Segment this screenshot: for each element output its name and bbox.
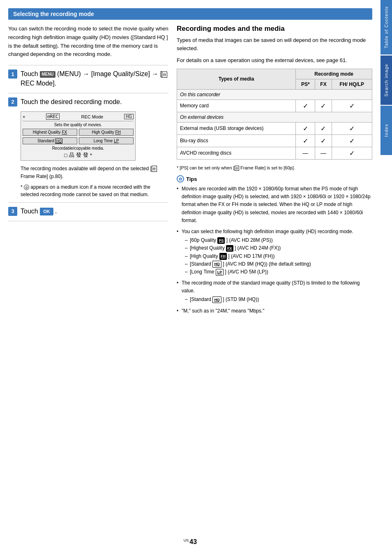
close-x-icon: ×	[23, 114, 25, 119]
step-3-block: 3 Touch OK .	[8, 207, 168, 216]
table-cell-memory-card-label: Memory card	[177, 100, 296, 112]
tips-sub-hq: [Standard HQ ] (AVC HD 9M (HQ)) (the def…	[185, 260, 372, 268]
divider-2	[8, 93, 168, 93]
rmode-title: Recording modes and the media	[177, 25, 372, 33]
screenshot-header: × ⊟REC REC Mode HG	[23, 113, 134, 121]
btn-standard[interactable]: Standard HQ	[23, 137, 77, 144]
table-header-media: Types of media	[177, 69, 296, 89]
tips-sub-list-2: [60p Quality PS ] (AVC HD 28M (PS)) [Hig…	[182, 236, 372, 276]
tips-sub-ps: [60p Quality PS ] (AVC HD 28M (PS))	[185, 236, 372, 244]
table-cell-avchd-ps: —	[296, 147, 315, 159]
table-cell-avchd-label: AVCHD recording discs	[177, 147, 296, 159]
ps-note: * [PS] can be set only when [⊟ Frame Rat…	[177, 164, 372, 171]
ok-badge: OK	[40, 208, 53, 215]
table-cell-avchd-fx: —	[315, 147, 332, 159]
lp-badge-2: LP	[216, 269, 224, 276]
step-3-period: .	[55, 208, 57, 215]
rec-mode-screenshot: × ⊟REC REC Mode HG Sets the quality of m…	[21, 111, 136, 161]
fh-badge-2: FH	[219, 253, 227, 259]
screenshot-title: REC Mode	[81, 114, 103, 119]
table-section-label-external: On external devices	[177, 112, 372, 122]
table-cell-bluray-fh: ✓	[332, 134, 372, 147]
menu-badge: MENU	[40, 71, 55, 78]
step-2-text: Touch the desired recording mode.	[21, 97, 168, 107]
tips-sub-lp: [Long Time LP ] (AVC HD 5M (LP))	[185, 268, 372, 276]
recording-modes-table: Types of media Recording mode PS* FX FH/…	[177, 69, 372, 160]
rec-mode-icon-1: ⊟	[162, 72, 167, 78]
screenshot-media-text: Recordable/copyable media.	[23, 146, 134, 150]
step-3-text: Touch OK .	[21, 207, 168, 216]
screenshot-buttons: Highest Quality FX High Quality FH	[23, 129, 134, 136]
page-num-superscript: US	[184, 538, 189, 542]
hq-badge-2: HQ	[212, 296, 221, 303]
hq-badge-ss: HQ	[55, 139, 62, 144]
step-3-touch-label: Touch	[21, 208, 40, 215]
tips-title: ✿ Tips	[177, 175, 372, 183]
frame-rate-icon: ⊟	[152, 166, 157, 172]
tips-sub-std-hq: [Standard HQ ] (STD 9M (HQ))	[185, 296, 372, 303]
tips-sub-list-3: [Standard HQ ] (STD 9M (HQ))	[182, 296, 372, 303]
table-header-fh: FH/ HQ/LP	[332, 79, 372, 89]
icon-asterisk: *	[90, 152, 92, 158]
screenshot-buttons-2: Standard HQ Long Time LP	[23, 137, 134, 144]
step-2-sub-text: The recording modes available will depen…	[21, 165, 168, 180]
step-3-number: 3	[8, 207, 17, 216]
screenshot-hg-badge: HG	[124, 114, 134, 119]
table-cell-external-fh: ✓	[332, 122, 372, 134]
step-2-note: * ⊘ appears on a medium icon if a movie …	[21, 183, 168, 198]
table-section-label-camcorder: On this camcorder	[177, 89, 372, 100]
hq-badge: HQ	[212, 261, 221, 267]
table-cell-bluray-fx: ✓	[315, 134, 332, 147]
fx-badge-2: FX	[226, 245, 233, 252]
tips-list: Movies are recorded with the 1920 × 1080…	[177, 185, 372, 315]
step-2-block: 2 Touch the desired recording mode.	[8, 97, 168, 107]
tips-label: Tips	[186, 176, 197, 182]
rmode-intro1: Types of media that images can be saved …	[177, 36, 372, 52]
btn-highest-quality[interactable]: Highest Quality FX	[23, 129, 77, 136]
table-section-external: On external devices	[177, 112, 372, 122]
tab-table-of-contents[interactable]: Table of Contents	[380, 0, 392, 55]
table-cell-external-label: External media (USB storage devices)	[177, 122, 296, 134]
step-1-text: Touch MENU (MENU) → [Image Quality/Size]…	[21, 69, 168, 88]
tip-3: The recording mode of the standard image…	[177, 279, 372, 304]
tips-sub-fx: [Highest Quality FX ] (AVC HD 24M (FX))	[185, 244, 372, 252]
no-save-icon: ⊘	[24, 185, 29, 190]
table-row-avchd: AVCHD recording discs — — ✓	[177, 147, 372, 159]
btn-high-quality[interactable]: High Quality FH	[79, 129, 134, 136]
step-1-menu-text: (MENU) → [Image Quality/Size] → [	[57, 70, 162, 77]
step-1-end: REC Mode].	[21, 80, 56, 87]
table-row-external-media: External media (USB storage devices) ✓ ✓…	[177, 122, 372, 134]
fx-badge: FX	[62, 130, 67, 134]
tips-sub-fh: [High Quality FH ] (AVC HD 17M (FH))	[185, 252, 372, 260]
section-title: Selecting the recording mode	[8, 8, 372, 20]
icon-card: □	[64, 152, 67, 158]
divider-1	[8, 65, 168, 65]
screenshot-media-icons: □ 品 發 發 *	[23, 151, 134, 159]
table-row-bluray: Blu-ray discs ✓ ✓ ✓	[177, 134, 372, 147]
table-header-fx: FX	[315, 79, 332, 89]
screenshot-rec-icon: ⊟REC	[46, 113, 60, 120]
table-header-ps: PS*	[296, 79, 315, 89]
table-cell-memory-ps: ✓	[296, 100, 315, 112]
fh-badge: FH	[115, 130, 120, 134]
table-header-recording-mode: Recording mode	[296, 69, 372, 79]
page-number: 43	[189, 538, 197, 545]
screenshot-quality-text: Sets the quality of movies.	[23, 123, 134, 127]
step-1-touch-label: Touch	[21, 70, 40, 77]
tab-search-image[interactable]: Search image	[380, 56, 392, 105]
table-cell-memory-fh: ✓	[332, 100, 372, 112]
table-cell-memory-fx: ✓	[315, 100, 332, 112]
divider-4	[8, 221, 168, 221]
table-section-camcorder: On this camcorder	[177, 89, 372, 100]
icon-usb: 品	[69, 151, 74, 159]
table-cell-external-fx: ✓	[315, 122, 332, 134]
step-2-number: 2	[8, 97, 17, 107]
tips-section: ✿ Tips Movies are recorded with the 1920…	[177, 175, 372, 315]
step-1-block: 1 Touch MENU (MENU) → [Image Quality/Siz…	[8, 69, 168, 88]
table-cell-bluray-ps: ✓	[296, 134, 315, 147]
frame-rate-icon-2: ⊟	[235, 166, 239, 171]
tab-index[interactable]: Index	[380, 106, 392, 155]
btn-long-time[interactable]: Long Time LP	[79, 137, 134, 144]
lp-badge: LP	[114, 139, 119, 143]
ps-badge: PS	[217, 237, 225, 244]
